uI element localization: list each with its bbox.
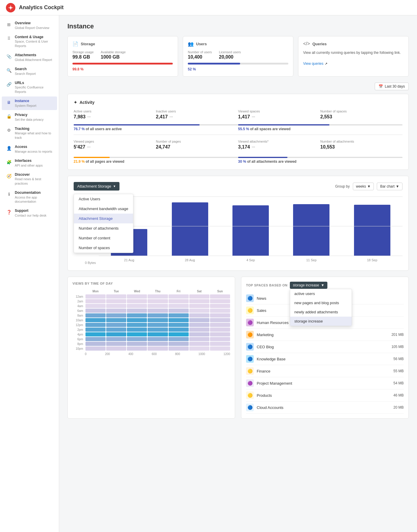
activity-progress-row-2: 21.9 % of all pages are viewed 30 % of a… [74, 157, 403, 164]
view-queries-link[interactable]: View queries [303, 62, 323, 66]
active-users-item: Active users 7,983 ··· [74, 109, 156, 124]
app-logo [6, 3, 15, 12]
heatmap-x-5: 1000 [198, 352, 205, 356]
queries-card: </> Queries View all currently running q… [298, 36, 409, 77]
users-icon: 👥 [188, 41, 194, 47]
sidebar-item-privacy[interactable]: 🔒 Privacy Set the data privacy [2, 110, 57, 124]
bar-item-4 [344, 196, 400, 256]
sidebar-item-instance[interactable]: 🖥 Instance System Report [2, 96, 57, 110]
space-value-cloud: 20 MB [393, 405, 404, 410]
bottom-row: VIEWS BY TIME OF DAY MonTueWedThuFriSatS… [67, 277, 409, 419]
group-by-value: weeks [356, 184, 366, 188]
dropdown-item-num-attach[interactable]: Number of attachments [74, 223, 133, 233]
x-label-3: 11 Sep [283, 258, 339, 262]
chart-type-select[interactable]: Bar chart ▼ [377, 183, 403, 190]
bar-item-2 [223, 196, 279, 256]
storage-usage-metric: Storage usage 99.8 GB [72, 50, 94, 60]
heatmap-x-0: 0 [85, 352, 87, 356]
bar-1 [172, 202, 208, 256]
x-labels: 21 Aug 28 Aug 4 Sep 11 Sep 18 Sep [99, 256, 403, 262]
top-spaces-header: TOP SPACES BASED ON storage increase ▼ a… [246, 282, 404, 289]
heatmap-title: VIEWS BY TIME OF DAY [72, 282, 230, 285]
sidebar-item-overview[interactable]: ⊞ Overview Global Report Overview [2, 19, 57, 32]
dropdown-item-active-users[interactable]: Active Users [74, 194, 133, 204]
active-users-dots: ··· [87, 115, 91, 119]
bar-item-3 [283, 196, 339, 256]
space-icon-ceo-blog: 🔵 [246, 343, 254, 351]
sidebar-item-access[interactable]: 👤 Access Manage access to reports [2, 142, 57, 156]
bar-3 [293, 204, 329, 256]
sidebar-item-support[interactable]: ❓ Support Contact our help desk [2, 206, 57, 220]
dropdown-item-num-spaces[interactable]: Number of spaces [74, 243, 133, 253]
space-item-kb: 🔵Knowledge Base56 MB [246, 353, 404, 365]
chart-dropdown-label: Attachment Storage [77, 184, 111, 188]
heatmap-x-3: 600 [152, 352, 157, 356]
active-users-progress: 76.7 % of all users are active [74, 124, 238, 131]
space-item-products: 🟡Products46 MB [246, 389, 404, 402]
attachments-progress: 30 % of all attachments are viewed [238, 157, 403, 164]
num-spaces-item: Number of spaces 2,553 [320, 109, 403, 124]
ts-item-storage[interactable]: storage increase [290, 317, 352, 326]
users-card: 👥 Users Number of users 10,400 Licensed … [183, 36, 293, 77]
sidebar-item-search[interactable]: 🔍 Search Search Report [2, 65, 57, 78]
top-spaces-dropdown-menu: active users new pages and blog posts ne… [290, 289, 352, 326]
sidebar-item-content-usage[interactable]: ⠿ Content & Usage Space, Content & User … [2, 33, 57, 50]
space-icon-hr: 🟣 [246, 319, 254, 326]
app-header: Analytics Cockpit [0, 0, 417, 15]
chevron-down-icon-group: ▼ [367, 184, 371, 188]
users-percent: 52 % [188, 67, 196, 71]
viewed-attach-dots: ··· [252, 145, 255, 149]
space-value-pm: 54 MB [393, 381, 404, 385]
chart-type-dropdown[interactable]: Attachment Storage ▼ [74, 182, 119, 191]
top-spaces-section: TOP SPACES BASED ON storage increase ▼ a… [241, 277, 409, 419]
sidebar-item-discover[interactable]: 🧭 Discover Read news & best practices [2, 170, 57, 188]
sidebar-item-documentation[interactable]: ℹ Documentation Access the app documenta… [2, 188, 57, 206]
external-link-icon: ↗ [325, 62, 327, 65]
space-name-ceo-blog: CEO Blog [257, 345, 389, 349]
monitor-icon: 🖥 [6, 99, 12, 105]
space-value-marketing: 201 MB [392, 333, 404, 337]
group-by-select[interactable]: weeks ▼ [353, 183, 374, 190]
chevron-down-icon-chart: ▼ [396, 184, 399, 188]
dropdown-item-storage[interactable]: Attachment Storage [74, 214, 133, 223]
date-range-button[interactable]: 📅 Last 30 days [375, 83, 409, 90]
storage-progress-bar-container [72, 63, 173, 65]
inactive-users-dots: ··· [169, 115, 173, 119]
sidebar-item-attachments[interactable]: 📎 Attachments Global Attachment Report [2, 51, 57, 64]
ts-item-attachments[interactable]: newly added attachments [290, 307, 352, 317]
space-icon-sales: 🟡 [246, 307, 254, 314]
activity-row-2: Viewed pages 5'427 ··· Number of pages 2… [74, 140, 403, 154]
top-spaces-dropdown-btn[interactable]: storage increase ▼ [290, 282, 327, 289]
users-card-title: Users [196, 42, 207, 46]
puzzle-icon: 🧩 [6, 159, 12, 165]
sidebar-item-urls[interactable]: 🔗 URLs Specific Confluence Reports [2, 78, 57, 96]
space-item-ceo-blog: 🔵CEO Blog105 MB [246, 341, 404, 353]
question-icon: ❓ [6, 209, 12, 215]
heatmap-x-axis: 0 200 400 600 800 1000 1200 [72, 352, 230, 356]
space-name-pm: Project Management [257, 381, 390, 386]
lock-icon: 🔒 [6, 113, 12, 119]
page-title: Instance [67, 22, 409, 30]
date-row: 📅 Last 30 days [67, 83, 409, 90]
space-item-marketing: 🟠Marketing201 MB [246, 329, 404, 341]
inactive-users-item: Inactive users 2,417 ··· [156, 109, 238, 124]
dropdown-item-bandwidth[interactable]: Attachment bandwidth usage [74, 204, 133, 214]
bar-item-1 [162, 196, 218, 256]
users-progress-bar-container [188, 63, 288, 65]
activity-row-1: Active users 7,983 ··· Inactive users 2,… [74, 109, 403, 124]
space-value-kb: 56 MB [393, 357, 404, 361]
space-icon-marketing: 🟠 [246, 331, 254, 338]
ts-item-active-users[interactable]: active users [290, 289, 352, 298]
dropdown-item-num-content[interactable]: Number of content [74, 233, 133, 243]
num-pages-item: Number of pages 24,747 [156, 140, 238, 154]
spaces-progress: 55.5 % of all spaces are viewed [238, 124, 403, 131]
top-spaces-label: TOP SPACES BASED ON [246, 283, 287, 287]
sidebar-item-tracking[interactable]: ⚙ Tracking Manage what and how to track [2, 124, 57, 142]
available-storage-metric: Available storage 1000 GB [101, 50, 126, 60]
ts-item-new-pages[interactable]: new pages and blog posts [290, 298, 352, 307]
num-users-metric: Number of users 10,400 [188, 50, 212, 60]
activity-icon: ✦ [74, 100, 77, 105]
sidebar-item-interfaces[interactable]: 🧩 Interfaces API and other apps [2, 156, 57, 170]
group-by-label: Group by [335, 184, 350, 188]
space-value-products: 46 MB [393, 393, 404, 397]
